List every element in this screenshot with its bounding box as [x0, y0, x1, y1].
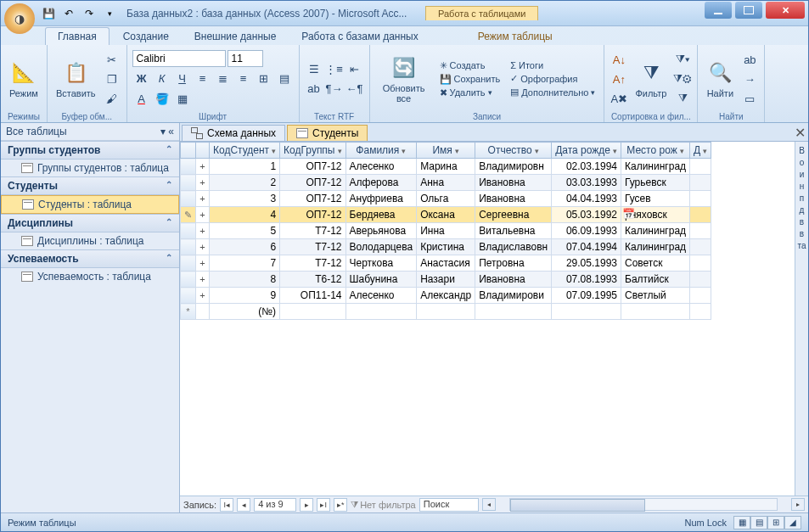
- selection-filter-icon[interactable]: ⧩▾: [673, 50, 692, 69]
- select-icon[interactable]: ▭: [740, 89, 759, 108]
- numbering-icon[interactable]: ⋮≡: [325, 60, 344, 79]
- rtl-icon[interactable]: ←¶: [346, 80, 364, 98]
- record-position-input[interactable]: 4 из 9: [254, 498, 296, 512]
- qat-dropdown-icon[interactable]: ▾: [101, 5, 118, 22]
- table-row[interactable]: + 8Т6-12ШабунинаНазариИвановна 07.08.199…: [181, 272, 711, 288]
- new-record-nav-button[interactable]: ▸*: [334, 498, 347, 512]
- totals-button[interactable]: ΣИтоги: [507, 59, 598, 71]
- maximize-button[interactable]: [735, 2, 762, 19]
- bullets-icon[interactable]: ☰: [305, 60, 323, 79]
- table-row[interactable]: + 3ОП7-12АнуфриеваОльгаИвановна 04.04.19…: [181, 191, 711, 207]
- table-row[interactable]: + 9ОП11-14АлесенкоАлександрВладимирови 0…: [181, 288, 711, 304]
- copy-icon[interactable]: ❐: [103, 70, 121, 88]
- nav-category[interactable]: Успеваемость⌃: [1, 249, 179, 268]
- table-row[interactable]: ✎+ 4ОП7-12БердяеваОксанаСергеевна 05.03.…: [181, 207, 711, 223]
- italic-icon[interactable]: К: [153, 69, 171, 87]
- table-row[interactable]: + 2ОП7-12АлфероваАннаИвановна 03.03.1993…: [181, 175, 711, 191]
- gridlines-icon[interactable]: ⊞: [255, 69, 273, 87]
- format-painter-icon[interactable]: 🖌: [103, 89, 121, 108]
- nav-dropdown-icon[interactable]: ▾ «: [160, 126, 174, 137]
- advanced-filter-icon[interactable]: ⧩⚙: [673, 70, 692, 88]
- goto-icon[interactable]: →: [740, 70, 759, 88]
- table-row[interactable]: + 6Т7-12ВолодарцеваКристинаВладиславовн …: [181, 239, 711, 255]
- pivotchart-view-button[interactable]: ⊞: [767, 516, 784, 529]
- last-record-button[interactable]: ▸І: [317, 498, 330, 512]
- search-input[interactable]: Поиск: [419, 498, 479, 512]
- new-record-button[interactable]: ✳Создать: [436, 59, 504, 72]
- pivottable-view-button[interactable]: ▤: [750, 516, 767, 529]
- altrow-icon[interactable]: ▤: [275, 69, 294, 87]
- scroll-right-button[interactable]: ▸: [791, 498, 805, 511]
- align-center-icon[interactable]: ≣: [214, 69, 233, 87]
- column-header[interactable]: Отчество▾: [475, 143, 552, 159]
- office-button[interactable]: ◑: [4, 3, 35, 34]
- view-button[interactable]: 📐 Режим: [6, 58, 42, 100]
- font-name-combo[interactable]: Calibri: [132, 50, 226, 67]
- toggle-filter-icon[interactable]: ⧩: [673, 89, 692, 108]
- tab-create[interactable]: Создание: [111, 28, 181, 45]
- column-header[interactable]: Д▾: [690, 143, 711, 159]
- prev-record-button[interactable]: ◂: [237, 498, 250, 512]
- new-row[interactable]: *(№): [181, 304, 711, 320]
- column-header[interactable]: КодГруппы▾: [280, 143, 346, 159]
- scroll-left-button[interactable]: ◂: [482, 498, 496, 511]
- nav-category[interactable]: Группы студентов⌃: [1, 141, 179, 160]
- save-icon[interactable]: 💾: [40, 5, 57, 22]
- align-right-icon[interactable]: ≡: [234, 69, 253, 87]
- nav-header[interactable]: Все таблицы ▾ «: [1, 123, 179, 141]
- ltr-icon[interactable]: ¶→: [325, 80, 344, 98]
- data-table[interactable]: КодСтудент▾КодГруппы▾Фамилия▾Имя▾Отчеств…: [180, 142, 711, 320]
- column-header[interactable]: КодСтудент▾: [210, 143, 280, 159]
- font-size-combo[interactable]: 11: [228, 50, 263, 67]
- tab-schema[interactable]: Схема данных: [182, 125, 285, 141]
- highlight-icon[interactable]: ab: [305, 80, 323, 98]
- tab-dbtools[interactable]: Работа с базами данных: [289, 28, 430, 45]
- sort-asc-icon[interactable]: A↓: [610, 50, 628, 69]
- bold-icon[interactable]: Ж: [132, 69, 151, 87]
- grid-color-icon[interactable]: ▦: [173, 89, 192, 108]
- underline-icon[interactable]: Ч: [173, 69, 192, 87]
- date-picker-icon[interactable]: 📅: [622, 208, 635, 220]
- spelling-button[interactable]: ✓Орфография: [507, 72, 598, 85]
- refresh-button[interactable]: 🔄 Обновить все: [375, 53, 433, 105]
- tab-home[interactable]: Главная: [45, 27, 110, 45]
- nav-category[interactable]: Дисциплины⌃: [1, 214, 179, 232]
- sort-desc-icon[interactable]: A↑: [610, 70, 628, 88]
- tab-students[interactable]: Студенты: [287, 125, 368, 141]
- column-header[interactable]: Дата рожде▾: [552, 143, 621, 159]
- tab-datasheet[interactable]: Режим таблицы: [466, 28, 565, 45]
- fill-color-icon[interactable]: 🪣: [153, 89, 171, 108]
- table-row[interactable]: + 7Т7-12ЧертковаАнастасияПетровна 29.05.…: [181, 255, 711, 272]
- indent-dec-icon[interactable]: ⇤: [346, 60, 364, 79]
- table-row[interactable]: + 5Т7-12АверьяноваИннаВитальевна 06.09.1…: [181, 223, 711, 239]
- close-tab-button[interactable]: ✕: [795, 125, 808, 141]
- horizontal-scrollbar[interactable]: [509, 498, 778, 511]
- align-left-icon[interactable]: ≡: [194, 69, 212, 87]
- tab-external[interactable]: Внешние данные: [183, 28, 289, 45]
- column-header[interactable]: Место рож▾: [621, 143, 690, 159]
- cut-icon[interactable]: ✂: [103, 50, 121, 69]
- paste-button[interactable]: 📋 Вставить: [53, 58, 99, 100]
- find-button[interactable]: 🔍 Найти: [703, 58, 737, 100]
- filter-button[interactable]: ⧩ Фильтр: [632, 58, 670, 100]
- nav-category[interactable]: Студенты⌃: [1, 176, 179, 195]
- nav-item[interactable]: Дисциплины : таблица: [1, 232, 179, 249]
- redo-icon[interactable]: ↷: [81, 5, 98, 22]
- replace-icon[interactable]: ab: [740, 50, 759, 69]
- more-button[interactable]: ▤Дополнительно▾: [507, 86, 598, 98]
- nav-item[interactable]: Группы студентов : таблица: [1, 160, 179, 176]
- close-button[interactable]: [766, 2, 805, 19]
- delete-record-button[interactable]: ✖Удалить▾: [436, 87, 504, 99]
- nav-item[interactable]: Успеваемость : таблица: [1, 268, 179, 285]
- design-view-button[interactable]: ◢: [784, 516, 801, 529]
- font-color-icon[interactable]: А: [132, 89, 151, 108]
- minimize-button[interactable]: [705, 2, 732, 19]
- next-record-button[interactable]: ▸: [300, 498, 313, 512]
- clear-sort-icon[interactable]: A✖: [610, 89, 628, 108]
- save-record-button[interactable]: 💾Сохранить: [436, 73, 504, 86]
- column-header[interactable]: Фамилия▾: [346, 143, 417, 159]
- undo-icon[interactable]: ↶: [60, 5, 77, 22]
- nav-item[interactable]: Студенты : таблица: [1, 195, 179, 214]
- first-record-button[interactable]: І◂: [220, 498, 233, 512]
- table-row[interactable]: + 1ОП7-12АлесенкоМаринаВладимировн 02.03…: [181, 159, 711, 175]
